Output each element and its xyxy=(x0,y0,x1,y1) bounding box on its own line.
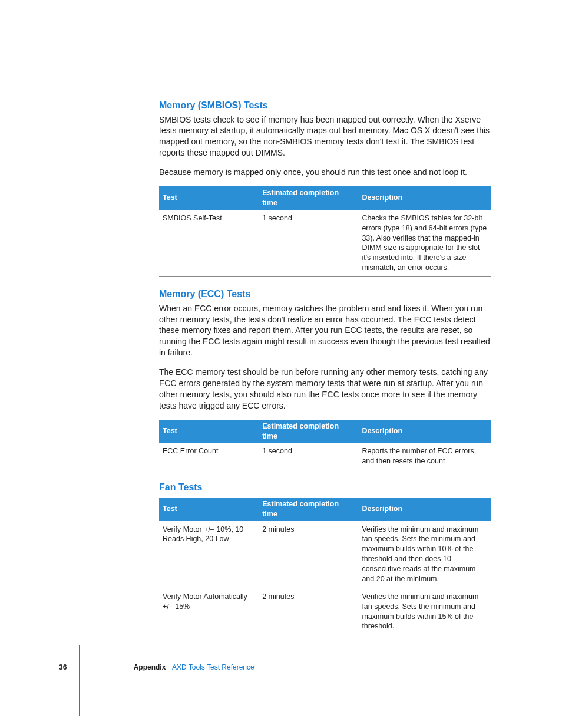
cell-desc: Checks the SMBIOS tables for 32-bit erro… xyxy=(358,210,491,277)
table-row: Verify Motor Automatically +/– 15% 2 min… xyxy=(159,588,491,635)
vertical-rule xyxy=(79,645,80,716)
col-test: Test xyxy=(159,420,259,443)
col-test: Test xyxy=(159,498,259,521)
cell-test: Verify Motor Automatically +/– 15% xyxy=(159,588,259,635)
table-row: ECC Error Count 1 second Reports the num… xyxy=(159,443,491,470)
cell-time: 2 minutes xyxy=(259,588,358,635)
section-heading-smbios: Memory (SMBIOS) Tests xyxy=(159,99,491,112)
paragraph: When an ECC error occurs, memory catches… xyxy=(159,303,491,358)
paragraph: The ECC memory test should be run before… xyxy=(159,367,491,411)
section-heading-fan: Fan Tests xyxy=(159,481,491,494)
ecc-table: Test Estimated completion time Descripti… xyxy=(159,420,491,471)
cell-time: 2 minutes xyxy=(259,521,358,588)
col-time: Estimated completion time xyxy=(259,498,358,521)
cell-desc: Verifies the minimum and maximum fan spe… xyxy=(358,521,491,588)
footer-appendix: Appendix xyxy=(134,663,166,671)
cell-desc: Verifies the minimum and maximum fan spe… xyxy=(358,588,491,635)
paragraph: SMBIOS tests check to see if memory has … xyxy=(159,114,491,159)
cell-desc: Reports the number of ECC errors, and th… xyxy=(358,443,491,470)
table-row: SMBIOS Self-Test 1 second Checks the SMB… xyxy=(159,210,491,277)
footer: 36 Appendix AXD Tools Test Reference xyxy=(59,663,254,672)
cell-test: ECC Error Count xyxy=(159,443,259,470)
cell-test: SMBIOS Self-Test xyxy=(159,210,259,277)
fan-table: Test Estimated completion time Descripti… xyxy=(159,498,491,636)
footer-title: AXD Tools Test Reference xyxy=(172,663,254,671)
col-desc: Description xyxy=(358,498,491,521)
col-test: Test xyxy=(159,186,259,210)
table-row: Verify Motor +/– 10%, 10 Reads High, 20 … xyxy=(159,521,491,588)
cell-time: 1 second xyxy=(259,210,358,277)
section-heading-ecc: Memory (ECC) Tests xyxy=(159,288,491,301)
page-number: 36 xyxy=(59,663,67,671)
col-desc: Description xyxy=(358,420,491,443)
paragraph: Because memory is mapped only once, you … xyxy=(159,167,491,178)
smbios-table: Test Estimated completion time Descripti… xyxy=(159,186,491,277)
col-time: Estimated completion time xyxy=(259,186,358,210)
cell-time: 1 second xyxy=(259,443,358,470)
col-time: Estimated completion time xyxy=(259,420,358,443)
cell-test: Verify Motor +/– 10%, 10 Reads High, 20 … xyxy=(159,521,259,588)
col-desc: Description xyxy=(358,186,491,210)
